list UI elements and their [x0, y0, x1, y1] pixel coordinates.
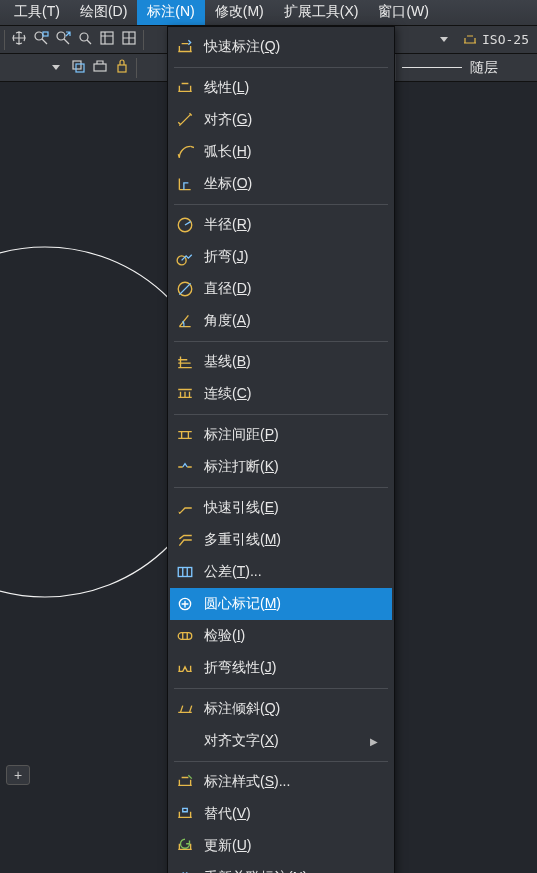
plus-icon: + [14, 768, 22, 782]
menu-item-jog-linear[interactable]: 折弯线性(J) [170, 652, 392, 684]
menu-item-dim-jog[interactable]: 折弯(J) [170, 241, 392, 273]
svg-rect-8 [94, 64, 106, 71]
menu-item-label: 快速标注(Q) [204, 38, 378, 56]
dim-jog-icon [176, 248, 194, 266]
menu-item-dim-break[interactable]: 标注打断(K) [170, 451, 392, 483]
menu-item-dim-reassoc[interactable]: 重新关联标注(N) [170, 862, 392, 873]
menu-item-dim-space[interactable]: 标注间距(P) [170, 419, 392, 451]
svg-rect-16 [178, 633, 192, 640]
menubar-item[interactable]: 工具(T) [4, 0, 70, 25]
zoom-extents-button[interactable] [53, 30, 73, 50]
menubar-item[interactable]: 绘图(D) [70, 0, 137, 25]
menu-item-dim-linear[interactable]: 线性(L) [170, 72, 392, 104]
svg-rect-9 [118, 65, 126, 72]
menu-separator [174, 341, 388, 342]
zoom-extents-icon [55, 30, 71, 49]
menu-item-label: 快速引线(E) [204, 499, 378, 517]
pan-icon [11, 30, 27, 49]
layer-lock-icon [114, 58, 130, 77]
q-leader-icon [176, 499, 194, 517]
menu-item-label: 直径(D) [204, 280, 378, 298]
dim-linear-icon [176, 79, 194, 97]
menu-item-text[interactable]: 对齐文字(X)▶ [170, 725, 392, 757]
zoom-realtime-button[interactable] [75, 30, 95, 50]
menu-item-label: 标注样式(S)... [204, 773, 378, 791]
dim-override-icon [176, 805, 194, 823]
layer-walk-button[interactable] [90, 58, 110, 78]
menu-item-center-mark[interactable]: 圆心标记(M) [170, 588, 392, 620]
zoom-window-button[interactable] [31, 30, 51, 50]
dim-ordinate-icon [176, 175, 194, 193]
svg-rect-6 [73, 61, 81, 69]
layer-copy-icon [70, 58, 86, 77]
menu-item-q-leader[interactable]: 快速引线(E) [170, 492, 392, 524]
dim-diameter-icon [176, 280, 194, 298]
toolbar-separator [136, 58, 137, 78]
toolbar-separator [4, 30, 5, 50]
menu-item-dim-baseline[interactable]: 基线(B) [170, 346, 392, 378]
add-layout-tab[interactable]: + [6, 765, 30, 785]
menu-item-dim-continue[interactable]: 连续(C) [170, 378, 392, 410]
menu-item-label: 折弯(J) [204, 248, 378, 266]
menu-item-dim-aligned[interactable]: 对齐(G) [170, 104, 392, 136]
toolbar-separator [143, 30, 144, 50]
blank-icon [176, 732, 194, 750]
menu-item-label: 角度(A) [204, 312, 378, 330]
layer-linetype-label: 随层 [470, 59, 498, 77]
menu-item-label: 对齐(G) [204, 111, 378, 129]
menu-item-dim-ordinate[interactable]: 坐标(O) [170, 168, 392, 200]
dim-space-icon [176, 426, 194, 444]
menu-item-label: 替代(V) [204, 805, 378, 823]
menu-item-label: 坐标(O) [204, 175, 378, 193]
menu-item-dim-update[interactable]: 更新(U) [170, 830, 392, 862]
dim-break-icon [176, 458, 194, 476]
svg-rect-14 [178, 568, 192, 577]
layer-lock-button[interactable] [112, 58, 132, 78]
menu-item-dim-quick[interactable]: 快速标注(Q) [170, 31, 392, 63]
layer-copy-button[interactable] [68, 58, 88, 78]
menubar-item[interactable]: 修改(M) [205, 0, 274, 25]
menu-item-dim-arc[interactable]: 弧长(H) [170, 136, 392, 168]
menu-item-tolerance[interactable]: 公差(T)... [170, 556, 392, 588]
menu-separator [174, 761, 388, 762]
chevron-down-icon [440, 37, 448, 42]
menu-separator [174, 67, 388, 68]
dim-reassoc-icon [176, 869, 194, 873]
menu-item-label: 更新(U) [204, 837, 378, 855]
menu-separator [174, 414, 388, 415]
properties-icon [99, 30, 115, 49]
menu-item-dim-radius[interactable]: 半径(R) [170, 209, 392, 241]
grid2-button[interactable] [119, 30, 139, 50]
menu-item-label: 标注间距(P) [204, 426, 378, 444]
pan-button[interactable] [9, 30, 29, 50]
menu-item-dim-oblique[interactable]: 标注倾斜(Q) [170, 693, 392, 725]
menu-item-dim-style[interactable]: 标注样式(S)... [170, 766, 392, 798]
menu-item-label: 标注打断(K) [204, 458, 378, 476]
menu-item-label: 公差(T)... [204, 563, 378, 581]
dim-oblique-icon [176, 700, 194, 718]
dim-aligned-icon [176, 111, 194, 129]
menu-item-label: 圆心标记(M) [204, 595, 378, 613]
layer-linetype-combo[interactable]: 随层 [395, 54, 535, 81]
svg-rect-7 [76, 64, 84, 72]
svg-point-0 [35, 32, 43, 40]
menu-item-dim-diameter[interactable]: 直径(D) [170, 273, 392, 305]
zoom-window-icon [33, 30, 49, 49]
dim-style-combo[interactable]: ISO-25 [434, 32, 535, 48]
jog-linear-icon [176, 659, 194, 677]
zoom-realtime-icon [77, 30, 93, 49]
menubar-item[interactable]: 标注(N) [137, 0, 204, 25]
dim-quick-icon [176, 38, 194, 56]
center-mark-icon [176, 595, 194, 613]
menu-item-label: 对齐文字(X) [204, 732, 360, 750]
menubar-item[interactable]: 窗口(W) [368, 0, 439, 25]
menu-item-dim-angular[interactable]: 角度(A) [170, 305, 392, 337]
properties-button[interactable] [97, 30, 117, 50]
menu-item-dim-override[interactable]: 替代(V) [170, 798, 392, 830]
menu-item-inspect[interactable]: 检验(I) [170, 620, 392, 652]
menu-item-label: 线性(L) [204, 79, 378, 97]
menu-item-m-leader[interactable]: 多重引线(M) [170, 524, 392, 556]
menubar-item[interactable]: 扩展工具(X) [274, 0, 369, 25]
dim-style-value: ISO-25 [482, 32, 529, 47]
menu-item-label: 连续(C) [204, 385, 378, 403]
